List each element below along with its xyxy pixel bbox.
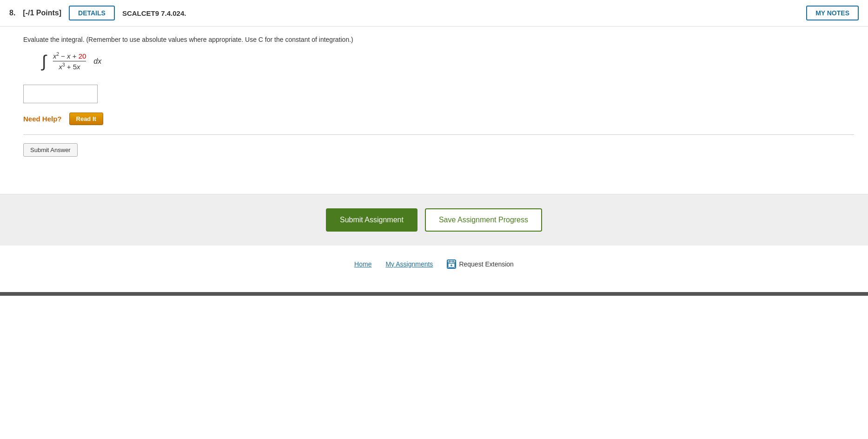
request-extension-container[interactable]: Request Extension (447, 259, 514, 269)
details-button[interactable]: DETAILS (69, 6, 115, 20)
answer-input[interactable] (23, 85, 98, 103)
numerator: x2 − x + 20 (53, 52, 86, 61)
submit-answer-button[interactable]: Submit Answer (23, 143, 78, 157)
denominator: x3 + 5x (59, 61, 80, 71)
bottom-bar (0, 292, 868, 296)
question-body: Evaluate the integral. (Remember to use … (0, 27, 868, 166)
read-it-button[interactable]: Read It (69, 113, 103, 125)
highlight-20: 20 (79, 52, 86, 60)
dx-text: dx (93, 57, 101, 66)
need-help-row: Need Help? Read It (23, 113, 854, 125)
my-assignments-link[interactable]: My Assignments (385, 260, 433, 268)
page-wrapper: 8. [-/1 Points] DETAILS SCALCET9 7.4.024… (0, 0, 868, 439)
divider-line (23, 134, 854, 135)
my-notes-button[interactable]: MY NOTES (806, 6, 859, 20)
fraction: x2 − x + 20 x3 + 5x (53, 52, 86, 71)
question-code: SCALCET9 7.4.024. (122, 9, 186, 17)
home-link[interactable]: Home (354, 260, 371, 268)
question-instruction: Evaluate the integral. (Remember to use … (23, 36, 854, 43)
save-progress-button[interactable]: Save Assignment Progress (425, 208, 542, 232)
footer-links: Home My Assignments Request Extension (0, 246, 868, 283)
question-number: 8. (9, 9, 15, 17)
action-bar: Submit Assignment Save Assignment Progre… (0, 194, 868, 246)
calendar-icon (447, 259, 456, 269)
request-extension-label: Request Extension (459, 260, 514, 268)
question-points: [-/1 Points] (23, 9, 61, 17)
submit-assignment-button[interactable]: Submit Assignment (326, 208, 417, 232)
need-help-label: Need Help? (23, 115, 62, 123)
integral-symbol: ∫ (42, 53, 46, 70)
question-header: 8. [-/1 Points] DETAILS SCALCET9 7.4.024… (0, 0, 868, 27)
question-header-left: 8. [-/1 Points] DETAILS SCALCET9 7.4.024… (9, 6, 186, 20)
math-expression: ∫ x2 − x + 20 x3 + 5x dx (42, 52, 854, 71)
